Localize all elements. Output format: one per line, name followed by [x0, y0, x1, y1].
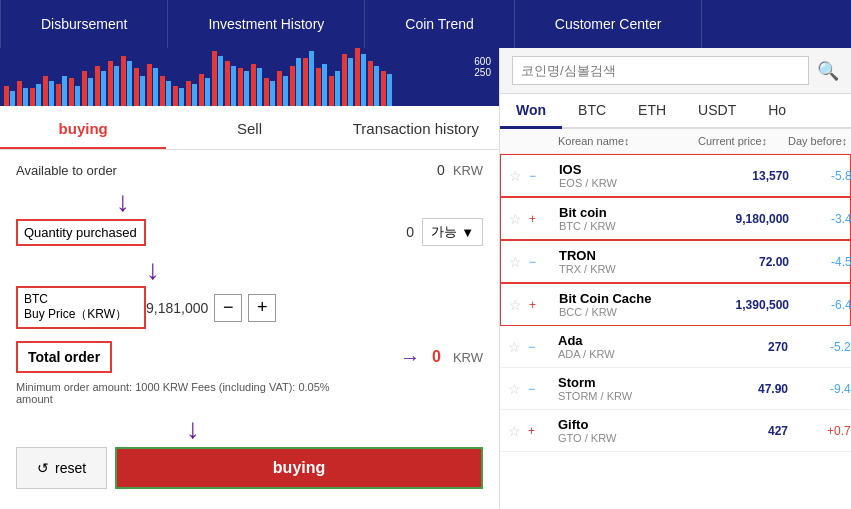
search-area: 🔍 [500, 48, 851, 94]
coin-row[interactable]: ☆ − TRON TRX / KRW 72.00 -4.51% 8 [500, 240, 851, 283]
quantity-dropdown[interactable]: 가능 ▼ [422, 218, 483, 246]
coin-table: ☆ − IOS EOS / KRW 13,570 -5.83% 19 ☆ + B… [500, 154, 851, 509]
reset-button[interactable]: ↺ reset [16, 447, 107, 489]
nav-disbursement[interactable]: Disbursement [0, 0, 168, 48]
favorite-star[interactable]: ☆ [509, 254, 529, 270]
price-value: 9,181,000 [146, 300, 208, 316]
total-value-area: → 0 KRW [112, 346, 483, 369]
quantity-value: 0 [146, 224, 414, 240]
coin-price: 9,180,000 [699, 212, 789, 226]
coin-price: 270 [698, 340, 788, 354]
coin-row[interactable]: ☆ − Ada ADA / KRW 270 -5.26% 5 [500, 326, 851, 368]
chart-labels: 600 250 [474, 56, 491, 78]
nav-customer-center[interactable]: Customer Center [515, 0, 703, 48]
coin-pair: BCC / KRW [559, 306, 699, 318]
favorite-star[interactable]: ☆ [509, 211, 529, 227]
available-currency: KRW [453, 163, 483, 178]
main-container: 600 250 buying Sell Transaction history … [0, 48, 851, 509]
header-korean-name: Korean name↕ [558, 135, 698, 147]
chart-low-label: 250 [474, 67, 491, 78]
coin-name: Ada [558, 333, 698, 348]
coin-row[interactable]: ☆ + Bit Coin Cache BCC / KRW 1,390,500 -… [500, 283, 851, 326]
coin-name: Bit Coin Cache [559, 291, 699, 306]
price-controls: 9,181,000 − + [146, 294, 276, 322]
coin-change: -9.45% [788, 382, 851, 396]
coin-pair: STORM / KRW [558, 390, 698, 402]
chart-area: 600 250 [0, 48, 499, 106]
top-navigation: Disbursement Investment History Coin Tre… [0, 0, 851, 48]
price-row: BTC Buy Price（KRW） 9,181,000 − + [16, 286, 483, 329]
coin-pair: ADA / KRW [558, 348, 698, 360]
chevron-down-icon: ▼ [461, 225, 474, 240]
coin-price: 13,570 [699, 169, 789, 183]
currency-tab-won[interactable]: Won [500, 94, 562, 129]
coin-info: IOS EOS / KRW [559, 162, 699, 189]
favorite-star[interactable]: ☆ [509, 168, 529, 184]
favorite-star[interactable]: ☆ [508, 423, 528, 439]
coin-name: Storm [558, 375, 698, 390]
order-tabs: buying Sell Transaction history [0, 106, 499, 150]
coin-name: Bit coin [559, 205, 699, 220]
coin-row[interactable]: ☆ + Bit coin BTC / KRW 9,180,000 -3.46% … [500, 197, 851, 240]
favorite-star[interactable]: ☆ [508, 339, 528, 355]
coin-change: -6.49% [789, 298, 851, 312]
tab-sell[interactable]: Sell [166, 110, 332, 149]
search-icon[interactable]: 🔍 [817, 60, 839, 82]
coin-info: TRON TRX / KRW [559, 248, 699, 275]
coin-price: 427 [698, 424, 788, 438]
search-input[interactable] [512, 56, 809, 85]
coin-info: Gifto GTO / KRW [558, 417, 698, 444]
quantity-row: Quantity purchased 0 가능 ▼ [16, 218, 483, 246]
coin-info: Bit coin BTC / KRW [559, 205, 699, 232]
available-row: Available to order 0 KRW [16, 162, 483, 178]
coin-info: Storm STORM / KRW [558, 375, 698, 402]
currency-tab-eth[interactable]: ETH [622, 94, 682, 127]
header-fav [508, 135, 528, 147]
arrow-annotation-3: ↓ [186, 415, 483, 443]
available-label: Available to order [16, 163, 156, 178]
arrow-right-icon: → [400, 346, 420, 369]
action-buttons: ↺ reset buying [16, 447, 483, 497]
total-value: 0 [432, 348, 441, 366]
tab-transaction-history[interactable]: Transaction history [333, 110, 499, 149]
coin-change: +0.71% [788, 424, 851, 438]
coin-row[interactable]: ☆ − IOS EOS / KRW 13,570 -5.83% 19 [500, 154, 851, 197]
trend-icon: − [528, 340, 558, 354]
info-text: Minimum order amount: 1000 KRW Fees (inc… [16, 381, 483, 405]
chart-bars [0, 48, 499, 106]
favorite-star[interactable]: ☆ [508, 381, 528, 397]
quantity-label: Quantity purchased [16, 219, 146, 246]
buy-button[interactable]: buying [115, 447, 483, 489]
coin-pair: EOS / KRW [559, 177, 699, 189]
currency-tabs: Won BTC ETH USDT Ho [500, 94, 851, 129]
coin-name: IOS [559, 162, 699, 177]
price-increase-button[interactable]: + [248, 294, 276, 322]
available-value: 0 [156, 162, 445, 178]
coin-change: -4.51% [789, 255, 851, 269]
coin-row[interactable]: ☆ − Storm STORM / KRW 47.90 -9.45% 5 [500, 368, 851, 410]
coin-name: Gifto [558, 417, 698, 432]
header-day-before: Day before↕ [788, 135, 851, 147]
coin-price: 1,390,500 [699, 298, 789, 312]
arrow-annotation-2: ↓ [146, 256, 483, 284]
right-panel: 🔍 Won BTC ETH USDT Ho Korean name↕ Curre… [500, 48, 851, 509]
nav-coin-trend[interactable]: Coin Trend [365, 0, 514, 48]
trend-icon: − [529, 255, 559, 269]
trend-icon: + [529, 212, 559, 226]
coin-row[interactable]: ☆ + Gifto GTO / KRW 427 +0.71% 3 [500, 410, 851, 452]
trend-icon: − [529, 169, 559, 183]
tab-buying[interactable]: buying [0, 110, 166, 149]
coin-info: Ada ADA / KRW [558, 333, 698, 360]
favorite-star[interactable]: ☆ [509, 297, 529, 313]
coin-pair: TRX / KRW [559, 263, 699, 275]
currency-tab-ho[interactable]: Ho [752, 94, 802, 127]
coin-change: -5.83% [789, 169, 851, 183]
currency-tab-usdt[interactable]: USDT [682, 94, 752, 127]
currency-tab-btc[interactable]: BTC [562, 94, 622, 127]
arrow-annotation-1: ↓ [116, 188, 483, 216]
nav-investment-history[interactable]: Investment History [168, 0, 365, 48]
trend-icon: + [529, 298, 559, 312]
reset-icon: ↺ [37, 460, 49, 476]
left-panel: 600 250 buying Sell Transaction history … [0, 48, 500, 509]
price-decrease-button[interactable]: − [214, 294, 242, 322]
